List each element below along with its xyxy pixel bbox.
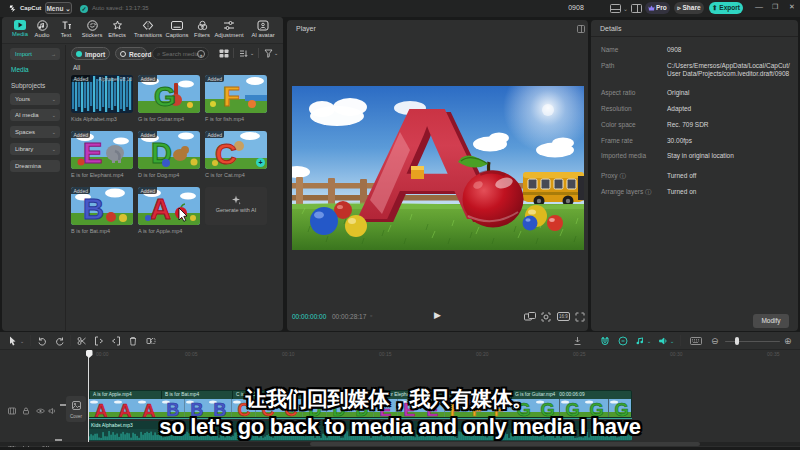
svg-text:F: F	[223, 81, 240, 112]
svg-text:E: E	[83, 137, 102, 169]
svg-text:B: B	[83, 193, 104, 225]
svg-text:G: G	[154, 81, 176, 112]
svg-text:A: A	[150, 193, 171, 225]
svg-text:C: C	[215, 137, 237, 169]
svg-text:A: A	[352, 86, 502, 250]
